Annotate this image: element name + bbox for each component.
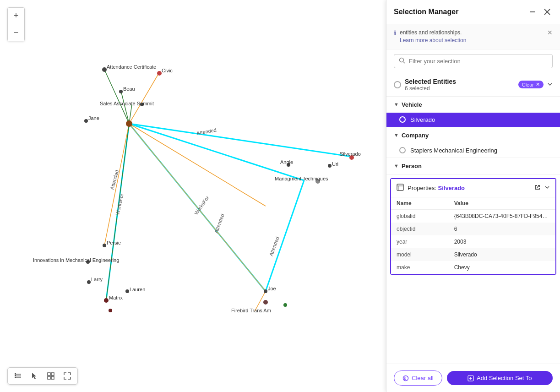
svg-point-47	[104, 298, 109, 303]
svg-point-43	[87, 280, 91, 284]
scroll-area[interactable]: ▼ Vehicle Silverado ▼ Company Staplers M…	[386, 97, 560, 364]
svg-text:Angie: Angie	[280, 159, 293, 165]
panel-header-icons	[527, 6, 553, 17]
company-group-header[interactable]: ▼ Company	[386, 127, 560, 143]
svg-point-52	[263, 300, 268, 305]
props-row-value: {643B08DC-CA73-40F5-87FD-F9547E7F99...	[449, 209, 555, 223]
svg-text:Beau: Beau	[123, 86, 135, 92]
silverado-item[interactable]: Silverado	[386, 113, 560, 127]
person-group-label: Person	[402, 163, 422, 169]
vehicle-group-label: Vehicle	[402, 101, 422, 108]
selected-entities-expand-button[interactable]	[547, 81, 553, 88]
svg-line-0	[129, 124, 352, 157]
clear-all-button[interactable]: Clear all	[394, 370, 442, 386]
add-selection-button[interactable]: Add Selection Set To	[447, 371, 553, 385]
svg-point-30	[126, 120, 132, 127]
svg-point-53	[283, 303, 287, 307]
search-input[interactable]	[409, 58, 548, 65]
panel-collapse-button[interactable]	[527, 6, 538, 17]
panel-header: Selection Manager	[386, 0, 560, 24]
svg-text:Larry: Larry	[91, 277, 103, 282]
props-row-value: 2003	[449, 235, 555, 248]
svg-point-22	[157, 71, 162, 76]
svg-rect-70	[397, 184, 403, 191]
selected-entities-section: Selected Entities 6 selected Clear ✕	[386, 73, 560, 97]
properties-open-button[interactable]	[534, 184, 541, 192]
properties-expand-button[interactable]	[544, 185, 550, 191]
svg-line-11	[121, 91, 129, 124]
svg-text:Managment Techniques: Managment Techniques	[275, 176, 328, 181]
panel-close-button[interactable]	[542, 6, 553, 17]
svg-text:Attended: Attended	[109, 169, 120, 191]
props-row-value: 6	[449, 223, 555, 235]
svg-point-20	[102, 67, 107, 72]
props-row-name: model	[391, 248, 449, 261]
person-chevron-icon: ▼	[394, 163, 399, 169]
props-row: year 2003	[391, 235, 555, 248]
zoom-controls: + −	[7, 7, 25, 41]
clear-label: Clear	[522, 82, 534, 87]
svg-line-10	[104, 70, 129, 124]
svg-rect-62	[51, 373, 54, 376]
zoom-out-button[interactable]: −	[8, 24, 24, 41]
list-icon-button[interactable]	[13, 371, 22, 381]
selected-entities-radio	[394, 81, 401, 88]
svg-text:Civic: Civic	[162, 68, 173, 73]
svg-point-33	[328, 164, 332, 168]
staplers-label: Staplers Mechanical Engineering	[410, 147, 497, 154]
staplers-item[interactable]: Staplers Mechanical Engineering	[386, 143, 560, 158]
props-row-value: Silverado	[449, 248, 555, 261]
properties-header: Properties: Silverado	[391, 179, 555, 197]
vehicle-group-header[interactable]: ▼ Vehicle	[386, 97, 560, 113]
selected-entities-count: 6 selected	[405, 85, 515, 92]
company-group-label: Company	[402, 132, 429, 139]
info-banner: ℹ entities and relationships. Learn more…	[386, 24, 560, 49]
svg-text:WorksFor: WorksFor	[114, 193, 125, 215]
cursor-icon-button[interactable]	[30, 371, 39, 381]
svg-point-28	[84, 119, 88, 123]
svg-line-5	[129, 72, 159, 124]
properties-icon	[397, 184, 404, 192]
properties-title: Properties: Silverado	[408, 185, 531, 191]
props-row: make Chevy	[391, 261, 555, 274]
props-row-name: globalid	[391, 209, 449, 223]
svg-text:Jane: Jane	[88, 115, 99, 121]
person-group-header[interactable]: ▼ Person	[386, 158, 560, 174]
info-icon: ℹ	[394, 29, 396, 37]
props-col-value: Value	[449, 197, 555, 210]
svg-text:Attendance Certificate: Attendance Certificate	[107, 64, 156, 70]
svg-text:Matrix: Matrix	[109, 295, 123, 300]
svg-line-4	[266, 180, 304, 291]
expand-icon-button[interactable]	[63, 371, 72, 381]
svg-text:Joe: Joe	[268, 286, 276, 291]
svg-text:Firebird Trans Am: Firebird Trans Am	[231, 308, 271, 313]
learn-more-link[interactable]: Learn more about selection	[400, 37, 466, 44]
svg-point-39	[103, 244, 106, 247]
graph-area[interactable]: Attended Attended WorksFor WorksFor Atte…	[0, 0, 386, 392]
staplers-radio	[399, 147, 406, 153]
clear-badge[interactable]: Clear ✕	[518, 81, 544, 88]
zoom-in-button[interactable]: +	[8, 8, 24, 24]
person-group-section: ▼ Person	[386, 158, 560, 174]
svg-text:Attended: Attended	[213, 213, 225, 234]
props-row-name: objectid	[391, 223, 449, 235]
svg-text:Lauren: Lauren	[130, 287, 145, 292]
svg-point-49	[109, 309, 112, 312]
svg-rect-63	[48, 376, 50, 379]
props-col-name: Name	[391, 197, 449, 210]
grid-icon-button[interactable]	[46, 371, 55, 381]
search-icon	[399, 57, 405, 65]
svg-rect-59	[15, 375, 16, 376]
vehicle-chevron-icon: ▼	[394, 102, 399, 107]
graph-svg: Attended Attended WorksFor WorksFor Atte…	[0, 0, 386, 392]
selected-entities-title: Selected Entities	[405, 78, 515, 85]
silverado-radio	[399, 116, 406, 123]
props-row-name: year	[391, 235, 449, 248]
svg-rect-61	[48, 373, 50, 376]
svg-rect-60	[15, 377, 16, 378]
search-container	[386, 49, 560, 73]
svg-line-7	[129, 124, 266, 206]
company-group-section: ▼ Company Staplers Mechanical Engineerin…	[386, 127, 560, 158]
props-row-value: Chevy	[449, 261, 555, 274]
info-banner-close[interactable]: ✕	[547, 29, 553, 36]
